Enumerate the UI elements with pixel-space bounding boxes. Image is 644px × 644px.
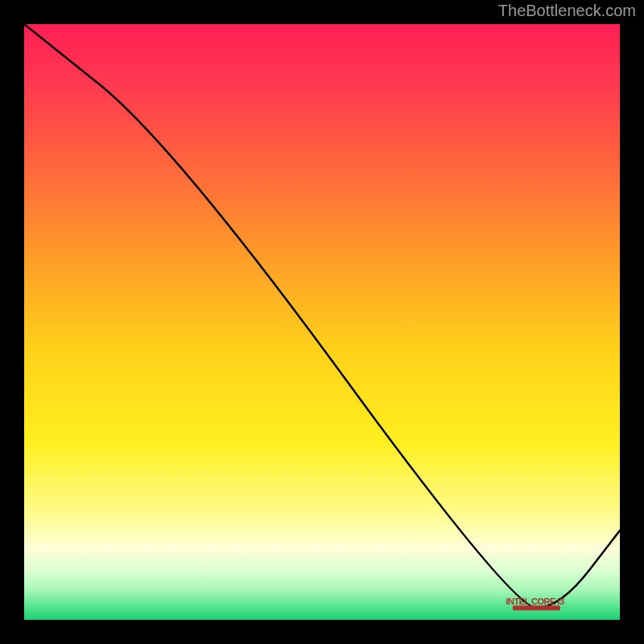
plot-background [24, 24, 620, 620]
plot-outer-border: INTEL CORE i3 [24, 24, 620, 620]
chart-frame: TheBottleneck.com INTEL CORE i3 [0, 0, 644, 644]
attribution-text: TheBottleneck.com [498, 2, 636, 20]
plot-svg [24, 24, 620, 620]
marker-label: INTEL CORE i3 [506, 597, 564, 606]
